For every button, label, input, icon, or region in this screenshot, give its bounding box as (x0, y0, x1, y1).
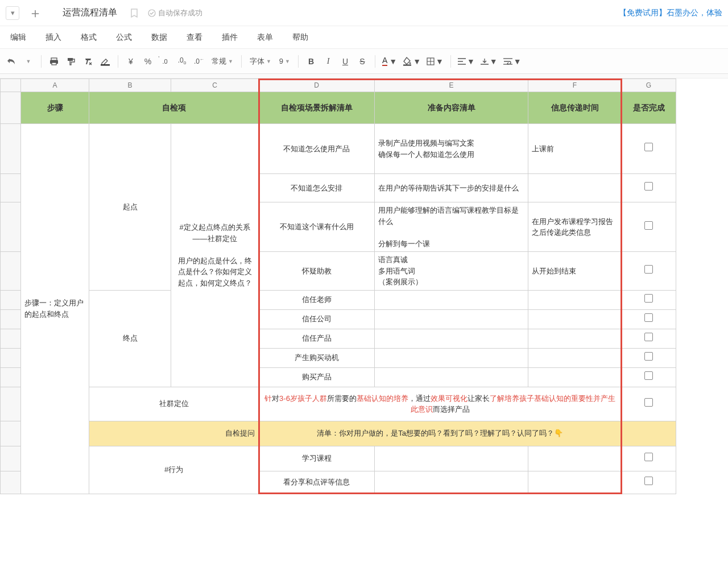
borders-button[interactable]: ▼ (424, 53, 446, 70)
bookmark-icon[interactable] (126, 5, 142, 21)
highlight-button[interactable] (97, 53, 113, 70)
cell[interactable]: 上课前 (528, 124, 622, 174)
col-header[interactable]: C (171, 79, 259, 92)
cell[interactable]: 从开始到结束 (528, 252, 622, 291)
cell[interactable] (528, 290, 622, 309)
col-header[interactable]: G (622, 79, 676, 92)
cell[interactable] (622, 329, 676, 348)
cell[interactable] (528, 309, 622, 329)
menu-item[interactable]: 数据 (143, 29, 175, 46)
checkbox[interactable] (644, 352, 653, 361)
menu-item[interactable]: 查看 (179, 29, 210, 46)
cell[interactable]: 步骤一：定义用户的起点和终点 (21, 124, 89, 494)
cell[interactable]: 自检项场景拆解清单 (259, 92, 375, 124)
cell[interactable]: 信息传递时间 (528, 92, 622, 124)
cell[interactable]: 信任公司 (259, 309, 375, 329)
print-button[interactable] (46, 53, 62, 70)
cell[interactable]: 准备内容清单 (375, 92, 528, 124)
checkbox[interactable] (644, 333, 653, 341)
spreadsheet-grid[interactable]: A B C D E F G 步骤 自检项 自检项场景拆解清单 准备内容清单 信息… (0, 78, 728, 567)
cell[interactable] (375, 329, 528, 348)
cell[interactable]: 学习课程 (259, 446, 375, 471)
row-header[interactable] (1, 446, 21, 471)
checkbox[interactable] (644, 477, 653, 485)
v-align-button[interactable]: ▼ (478, 53, 500, 70)
row-header[interactable] (1, 92, 21, 124)
cell[interactable] (622, 446, 676, 471)
cell[interactable] (622, 309, 676, 329)
cell[interactable] (528, 329, 622, 348)
row-header[interactable] (1, 309, 21, 329)
cell[interactable]: 自检项 (89, 92, 259, 124)
row-header[interactable] (1, 329, 21, 348)
checkbox[interactable] (644, 294, 653, 303)
cell[interactable]: 不知道怎么安排 (259, 174, 375, 202)
row-header[interactable] (1, 348, 21, 367)
text-color-button[interactable]: A▼ (380, 53, 399, 70)
cell[interactable] (528, 446, 622, 471)
cell[interactable] (375, 309, 528, 329)
wrap-button[interactable]: ▼ (501, 53, 524, 70)
cell[interactable] (622, 252, 676, 291)
cell[interactable] (622, 290, 676, 309)
row-header[interactable] (1, 174, 21, 202)
cell[interactable] (622, 348, 676, 367)
cell[interactable] (528, 471, 622, 494)
cell[interactable]: 用用户能够理解的语言编写课程教学目标是什么 分解到每一个课 (375, 202, 528, 252)
cell[interactable]: 怀疑助教 (259, 252, 375, 291)
cell[interactable] (375, 290, 528, 309)
row-header[interactable] (1, 387, 21, 421)
menu-item[interactable]: 插件 (214, 29, 246, 46)
col-header[interactable]: A (21, 79, 89, 92)
cell[interactable]: 在用户发布课程学习报告之后传递此类信息 (528, 202, 622, 252)
cell[interactable]: 录制产品使用视频与编写文案 确保每一个人都知道怎么使用 (375, 124, 528, 174)
cell[interactable]: 终点 (89, 290, 171, 387)
promo-link[interactable]: 【免费试用】石墨办公，体验 (619, 8, 722, 18)
cell[interactable]: 不知道怎么使用产品 (259, 124, 375, 174)
checkbox[interactable] (644, 143, 653, 151)
font-size-select[interactable]: 9▼ (276, 57, 293, 65)
col-header[interactable]: F (528, 79, 622, 92)
menu-item[interactable]: 格式 (73, 29, 105, 46)
select-all-corner[interactable] (1, 79, 21, 92)
paint-format-button[interactable] (63, 53, 79, 70)
font-family-select[interactable]: 字体▼ (246, 56, 275, 67)
checkbox[interactable] (644, 221, 653, 230)
row-header[interactable] (1, 421, 21, 446)
cell[interactable]: 语言真诚 多用语气词 （案例展示） (375, 252, 528, 291)
checkbox[interactable] (644, 371, 653, 380)
col-header[interactable]: E (375, 79, 528, 92)
thousands-button[interactable]: .0, (157, 53, 173, 70)
col-header[interactable]: B (89, 79, 171, 92)
cell[interactable] (622, 174, 676, 202)
row-header[interactable] (1, 252, 21, 291)
cell[interactable] (622, 367, 676, 387)
cell[interactable] (375, 471, 528, 494)
cell[interactable] (622, 124, 676, 174)
checkbox[interactable] (644, 313, 653, 322)
sheet-menu-dropdown[interactable]: ▾ (6, 6, 19, 20)
fill-color-button[interactable]: ▼ (400, 53, 423, 70)
cell[interactable]: 购买产品 (259, 367, 375, 387)
cell[interactable]: 信任老师 (259, 290, 375, 309)
decrease-decimal-button[interactable]: .0← (191, 53, 207, 70)
strikethrough-button[interactable]: S (354, 53, 370, 70)
menu-item[interactable]: 公式 (108, 29, 140, 46)
checkbox[interactable] (644, 453, 653, 461)
cell[interactable]: 看分享和点评等信息 (259, 471, 375, 494)
row-header[interactable] (1, 290, 21, 309)
cell[interactable] (375, 348, 528, 367)
cell[interactable] (528, 367, 622, 387)
formula-bar[interactable] (0, 74, 728, 78)
percent-button[interactable]: % (140, 53, 156, 70)
italic-button[interactable]: I (320, 53, 336, 70)
row-header[interactable] (1, 202, 21, 252)
cell[interactable]: 针对3-6岁孩子人群所需要的基础认知的培养，通过效果可视化让家长了解培养孩子基础… (259, 387, 622, 421)
menu-item[interactable]: 插入 (38, 29, 69, 46)
document-title[interactable]: 运营流程清单 (63, 7, 117, 19)
clear-format-button[interactable] (80, 53, 96, 70)
cell[interactable]: 自检提问 (89, 421, 259, 446)
cell[interactable] (622, 387, 676, 421)
increase-decimal-button[interactable]: .00 (174, 53, 190, 70)
cell[interactable]: 清单：你对用户做的，是Ta想要的吗？看到了吗？理解了吗？认同了吗？👇 (259, 421, 622, 446)
